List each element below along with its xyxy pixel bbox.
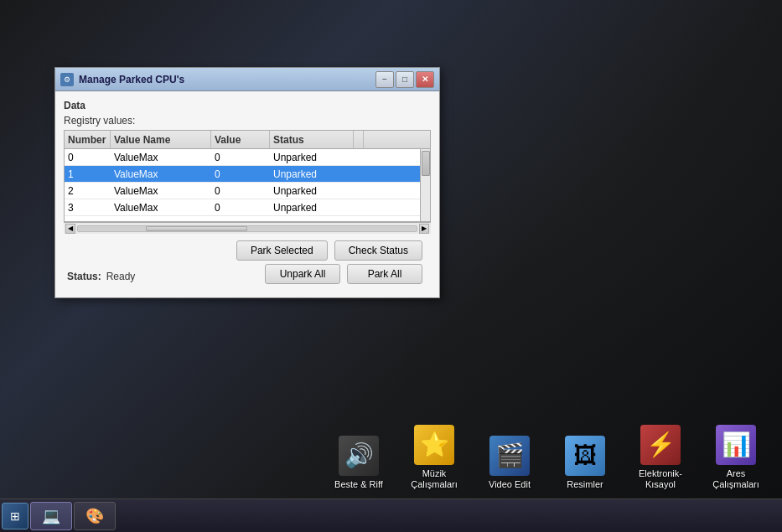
table-row[interactable]: 2 ValueMax 0 Unparked [65,183,430,199]
status-row: Status: Ready [64,271,135,282]
horizontal-scrollbar[interactable]: ◀ ▶ [64,222,431,234]
cell-status-3: Unparked [270,199,354,215]
elektronik-icon: ⚡ [640,425,681,465]
buttons-row-2: Unpark All Park All [265,264,431,284]
dialog-app-icon: ⚙ [60,73,74,86]
cell-status-1: Unparked [270,166,354,182]
desktop-icons-area: 🔊 Beste & Riff ⭐ Müzik Çalışmaları 🎬 Vid… [329,425,765,490]
col-status: Status [270,131,354,148]
cell-value-3: 0 [211,199,270,215]
desktop-icon-ares[interactable]: 📊 Ares Çalışmaları [707,425,765,490]
muzik-label: Müzik Çalışmaları [405,468,464,490]
col-value: Value [211,131,270,148]
unpark-all-button[interactable]: Unpark All [265,264,340,284]
dialog-body: Data Registry values: Number Value Name … [55,91,439,297]
video-icon: 🎬 [489,436,530,476]
desktop-icon-elektronik[interactable]: ⚡ Elektronik-Kısayol [631,425,690,490]
hscroll-left-arrow[interactable]: ◀ [65,224,75,234]
hscroll-right-arrow[interactable]: ▶ [419,224,429,234]
desktop-icon-beste-riff[interactable]: 🔊 Beste & Riff [329,436,388,490]
registry-table: Number Value Name Value Status 0 ValueMa… [64,130,431,222]
table-row[interactable]: 0 ValueMax 0 Unparked [65,149,430,166]
park-all-button[interactable]: Park All [347,264,422,284]
cell-number-3: 3 [65,199,111,215]
cell-number-1: 1 [65,166,111,182]
table-row[interactable]: 1 ValueMax 0 Unparked [65,166,430,183]
table-body: 0 ValueMax 0 Unparked 1 ValueMax 0 Unpar… [65,149,430,222]
scrollbar-thumb[interactable] [422,151,430,176]
dialog-title: Manage Parked CPU's [79,74,184,85]
title-left: ⚙ Manage Parked CPU's [60,73,184,86]
window-controls: − □ ✕ [375,71,434,88]
buttons-row-1: Park Selected Check Status [64,240,431,261]
cell-status-2: Unparked [270,183,354,199]
maximize-button[interactable]: □ [396,71,414,88]
hscroll-track[interactable] [77,225,417,232]
ares-label: Ares Çalışmaları [707,468,765,490]
cell-status-0: Unparked [270,149,354,165]
cell-valuename-3: ValueMax [111,199,211,215]
cell-value-1: 0 [211,166,270,182]
resimler-label: Resimler [567,479,603,490]
dialog-titlebar: ⚙ Manage Parked CPU's − □ ✕ [55,68,439,91]
beste-riff-label: Beste & Riff [334,479,383,490]
beste-riff-icon: 🔊 [339,436,379,476]
status-value: Ready [106,271,136,282]
cell-value-0: 0 [211,149,270,165]
col-number: Number [65,131,111,148]
minimize-button[interactable]: − [375,71,394,88]
table-header: Number Value Name Value Status [65,131,430,149]
park-selected-button[interactable]: Park Selected [236,240,328,261]
check-status-button[interactable]: Check Status [334,240,422,261]
video-label: Video Edit [489,479,531,490]
status-label: Status: [67,271,101,282]
cell-number-0: 0 [65,149,111,165]
start-button[interactable]: ⊞ [2,503,28,529]
registry-label: Registry values: [64,115,431,127]
taskbar-color-button[interactable]: 🎨 [74,502,116,530]
col-scroll-placeholder [354,131,364,148]
desktop-icon-muzik[interactable]: ⭐ Müzik Çalışmaları [405,425,464,490]
cell-valuename-1: ValueMax [111,166,211,182]
taskbar: ⊞ 💻 🎨 [0,498,782,532]
ares-icon: 📊 [716,425,756,465]
close-button[interactable]: ✕ [416,71,434,88]
section-label: Data [64,100,431,111]
col-valuename: Value Name [111,131,211,148]
desktop-icon-resimler[interactable]: 🖼 Resimler [556,436,614,490]
resimler-icon: 🖼 [565,436,605,476]
elektronik-label: Elektronik-Kısayol [631,468,690,490]
table-row[interactable]: 3 ValueMax 0 Unparked [65,199,430,216]
cell-valuename-2: ValueMax [111,183,211,199]
desktop-icon-video[interactable]: 🎬 Video Edit [480,436,539,490]
muzik-icon: ⭐ [414,425,454,465]
vertical-scrollbar[interactable] [420,149,430,222]
cell-value-2: 0 [211,183,270,199]
taskbar-cpu-button[interactable]: 💻 [30,502,72,530]
cell-number-2: 2 [65,183,111,199]
cell-valuename-0: ValueMax [111,149,211,165]
dialog-window: ⚙ Manage Parked CPU's − □ ✕ Data Registr… [54,67,440,298]
hscroll-thumb[interactable] [146,226,247,231]
